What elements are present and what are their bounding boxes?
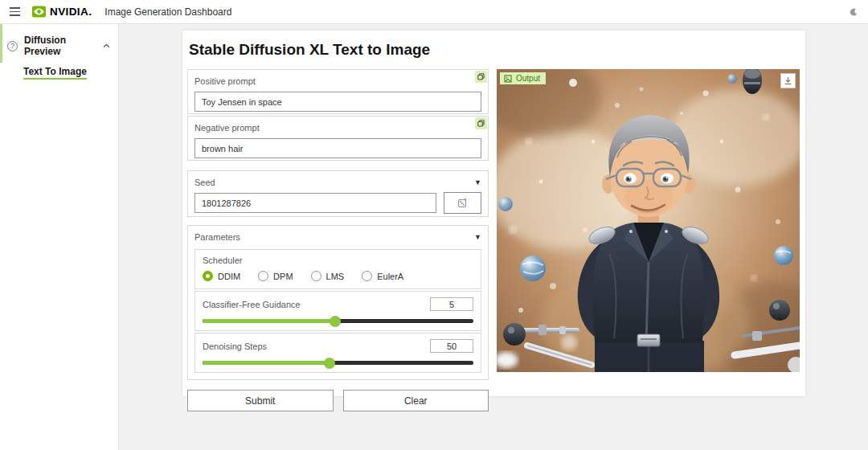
sidebar-section-diffusion-preview[interactable]: ? Diffusion Preview — [0, 24, 118, 57]
steps-slider[interactable] — [203, 361, 473, 365]
copy-icon[interactable] — [475, 71, 487, 83]
randomize-seed-button[interactable] — [444, 192, 481, 214]
brand-text: NVIDIA. — [50, 6, 92, 18]
steps-slider-group: Denoising Steps — [194, 333, 481, 373]
nvidia-eye-icon — [32, 5, 46, 18]
radio-button[interactable] — [362, 271, 372, 281]
caret-down-icon[interactable]: ▼ — [474, 179, 481, 186]
caret-down-icon[interactable]: ▼ — [474, 234, 481, 241]
scheduler-group: Scheduler DDIM DPM — [194, 249, 481, 289]
radio-button[interactable] — [258, 271, 268, 281]
active-section-stripe — [0, 24, 2, 63]
clear-button[interactable]: Clear — [343, 390, 489, 411]
positive-prompt-label: Positive prompt — [194, 76, 481, 86]
cfg-slider-fill — [203, 319, 335, 323]
steps-slider-thumb[interactable] — [324, 358, 335, 369]
positive-prompt-panel: Positive prompt — [187, 69, 489, 114]
sidebar-item-text-to-image[interactable]: Text To Image — [23, 66, 87, 80]
scheduler-label: Scheduler — [203, 256, 473, 265]
output-badge: Output — [500, 72, 546, 84]
steps-label: Denoising Steps — [203, 342, 267, 351]
chevron-up-icon[interactable] — [103, 43, 110, 48]
download-button[interactable] — [780, 73, 796, 88]
steps-slider-fill — [203, 361, 330, 365]
radio-button[interactable] — [203, 271, 213, 281]
cfg-slider-thumb[interactable] — [330, 316, 341, 327]
parameters-label: Parameters — [194, 232, 240, 242]
radio-option-lms[interactable]: LMS — [311, 271, 345, 281]
cfg-slider[interactable] — [203, 319, 473, 323]
cfg-label: Classifier-Free Guidance — [203, 300, 301, 309]
cfg-value-input[interactable] — [430, 297, 473, 311]
top-bar: NVIDIA. Image Generation Dashboard — [0, 0, 868, 24]
image-icon — [504, 75, 512, 83]
hamburger-menu-icon[interactable] — [10, 7, 20, 16]
radio-option-ddim[interactable]: DDIM — [203, 271, 240, 281]
nvidia-logo: NVIDIA. — [32, 5, 92, 18]
dice-icon — [457, 198, 468, 208]
radio-option-dpm[interactable]: DPM — [258, 271, 293, 281]
sidebar: ? Diffusion Preview Text To Image — [0, 24, 119, 450]
sidebar-section-label: Diffusion Preview — [24, 35, 96, 57]
negative-prompt-panel: Negative prompt — [187, 116, 489, 161]
app-title: Image Generation Dashboard — [104, 6, 231, 18]
output-panel: Output — [497, 69, 800, 372]
controls-column: Positive prompt Negative prompt Seed — [187, 69, 489, 411]
seed-panel: Seed ▼ — [187, 170, 489, 217]
output-badge-label: Output — [516, 74, 540, 83]
cfg-slider-group: Classifier-Free Guidance — [194, 291, 481, 331]
seed-input[interactable] — [194, 193, 436, 213]
negative-prompt-label: Negative prompt — [194, 123, 481, 133]
generated-output-image — [497, 69, 800, 372]
copy-icon[interactable] — [475, 117, 487, 129]
page-title: Stable Diffusion XL Text to Image — [189, 41, 800, 59]
parameters-panel: Parameters ▼ Scheduler DDIM — [187, 225, 489, 380]
steps-value-input[interactable] — [430, 339, 473, 353]
content-card: Stable Diffusion XL Text to Image Positi… — [182, 31, 805, 396]
submit-button[interactable]: Submit — [187, 390, 334, 411]
negative-prompt-input[interactable] — [194, 138, 481, 158]
seed-label: Seed — [194, 178, 215, 187]
positive-prompt-input[interactable] — [194, 92, 481, 112]
help-icon[interactable]: ? — [7, 41, 18, 51]
theme-toggle-moon-icon[interactable] — [849, 7, 858, 17]
radio-option-eulera[interactable]: EulerA — [362, 271, 403, 281]
download-icon — [784, 76, 792, 85]
radio-button[interactable] — [311, 271, 321, 281]
scheduler-options: DDIM DPM LMS — [203, 271, 473, 281]
main-area: Stable Diffusion XL Text to Image Positi… — [119, 24, 868, 450]
